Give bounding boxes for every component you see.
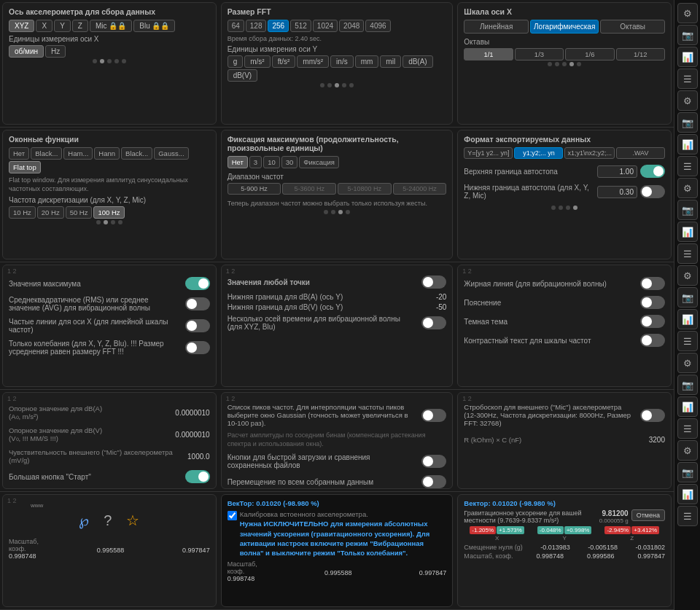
hold-btn-fix[interactable]: Фиксация: [299, 156, 339, 168]
unit-y-dbv[interactable]: dB(V): [228, 69, 258, 82]
wf-btn-none[interactable]: Нет: [9, 147, 29, 160]
toggle-quick-load[interactable]: [421, 455, 446, 468]
upper-limit-toggle[interactable]: [640, 165, 665, 178]
sidebar-btn-cam-5[interactable]: 📷: [677, 375, 698, 395]
oct-btn-1-12[interactable]: 1/12: [616, 48, 665, 60]
hold-btn-30[interactable]: 30: [281, 156, 298, 168]
wf-btn-gauss[interactable]: Gauss...: [154, 147, 188, 160]
question-icon[interactable]: ?: [104, 512, 112, 529]
export-btn-y-arr[interactable]: Y=[y1 y2... yn]: [464, 147, 513, 159]
freq-range-10800[interactable]: 5-10800 Hz: [338, 183, 392, 195]
toggle-maxval[interactable]: [185, 277, 210, 290]
freq-range-24000[interactable]: 5-24000 Hz: [393, 183, 447, 195]
upper-limit-input[interactable]: [597, 165, 637, 178]
toggle-bold-switch[interactable]: [640, 277, 665, 290]
toggle-anypoint[interactable]: [421, 275, 446, 289]
wf-btn-hann[interactable]: Hann: [94, 147, 120, 160]
sidebar-btn-cam-6[interactable]: 📷: [677, 462, 698, 482]
star-icon[interactable]: ☆: [126, 512, 139, 529]
hold-btn-3[interactable]: 3: [249, 156, 262, 168]
lower-limit-input[interactable]: [597, 186, 637, 198]
sidebar-btn-list-4[interactable]: ☰: [677, 331, 698, 351]
fft-btn-4096[interactable]: 4096: [365, 20, 390, 32]
sidebar-btn-chart-3[interactable]: 📊: [677, 222, 698, 242]
toggle-contrast-switch[interactable]: [640, 334, 665, 347]
sidebar-btn-list-6[interactable]: ☰: [677, 506, 698, 526]
toggle-peaks[interactable]: [421, 409, 446, 422]
freq-range-900[interactable]: 5-900 Hz: [228, 183, 281, 195]
sidebar-btn-list-3[interactable]: ☰: [677, 243, 698, 264]
freq-btn-10[interactable]: 10 Hz: [9, 206, 36, 219]
hold-btn-10[interactable]: 10: [263, 156, 280, 168]
unit-y-mil[interactable]: mil: [380, 55, 401, 68]
axis-btn-xyz[interactable]: XYZ: [9, 20, 34, 32]
unit-y-fts2[interactable]: ft/s²: [272, 55, 296, 68]
sidebar-btn-chart-6[interactable]: 📊: [677, 484, 698, 504]
axis-btn-y[interactable]: Y: [54, 20, 71, 32]
toggle-dark-switch[interactable]: [640, 315, 665, 328]
sidebar-btn-chart-1[interactable]: 📊: [677, 47, 698, 67]
sidebar-btn-cam-4[interactable]: 📷: [677, 287, 698, 308]
sidebar-btn-cam-1[interactable]: 📷: [677, 25, 698, 45]
wf-btn-ham[interactable]: Ham...: [63, 147, 93, 160]
big-start-toggle[interactable]: [185, 470, 210, 483]
wf-btn-black2[interactable]: Black...: [121, 147, 152, 160]
fft-btn-1024[interactable]: 1024: [313, 20, 338, 32]
oct-btn-1-3[interactable]: 1/3: [515, 48, 564, 60]
unit-btn-rpm[interactable]: об/мин: [9, 45, 44, 58]
axis-btn-x[interactable]: X: [36, 20, 52, 32]
sidebar-btn-cam-2[interactable]: 📷: [677, 112, 698, 133]
oct-btn-1-6[interactable]: 1/6: [565, 48, 614, 60]
sidebar-btn-list-5[interactable]: ☰: [677, 418, 698, 439]
toggle-all-data[interactable]: [421, 475, 446, 488]
freq-btn-50[interactable]: 50 Hz: [66, 206, 93, 219]
toggle-osc[interactable]: [185, 341, 210, 354]
export-btn-csv[interactable]: y1;y2;... yn: [514, 147, 563, 159]
sidebar-btn-gear-1[interactable]: ⚙: [677, 3, 698, 23]
toggle-multiwave-switch[interactable]: [421, 316, 446, 329]
lower-limit-toggle[interactable]: [640, 185, 665, 198]
sidebar-btn-gear-6[interactable]: ⚙: [677, 440, 698, 461]
calibration-checkbox[interactable]: [228, 511, 237, 520]
freq-btn-100[interactable]: 100 Hz: [93, 206, 124, 219]
freq-range-3600[interactable]: 5-3600 Hz: [282, 183, 336, 195]
wf-btn-black1[interactable]: Black...: [31, 147, 62, 160]
fft-btn-2048[interactable]: 2048: [339, 20, 364, 32]
scale-btn-linear[interactable]: Линейная: [464, 20, 529, 34]
export-btn-wav[interactable]: .WAV: [616, 147, 665, 159]
sidebar-btn-cam-3[interactable]: 📷: [677, 200, 698, 220]
sidebar-btn-chart-5[interactable]: 📊: [677, 396, 698, 417]
sidebar-btn-list-1[interactable]: ☰: [677, 69, 698, 89]
fft-btn-256[interactable]: 256: [268, 20, 289, 32]
toggle-strobe[interactable]: [640, 409, 665, 422]
axis-btn-blu[interactable]: Blu 🔒🔒: [133, 20, 175, 32]
fft-btn-64[interactable]: 64: [228, 20, 244, 32]
sidebar-btn-gear-4[interactable]: ⚙: [677, 265, 698, 286]
unit-y-ins[interactable]: in/s: [330, 55, 354, 68]
sidebar-btn-gear-2[interactable]: ⚙: [677, 90, 698, 111]
sidebar-btn-gear-3[interactable]: ⚙: [677, 178, 698, 198]
unit-btn-hz[interactable]: Hz: [45, 45, 66, 58]
toggle-lines[interactable]: [185, 319, 210, 332]
toggle-hint-switch[interactable]: [640, 296, 665, 309]
wf-btn-flat[interactable]: Flat top: [9, 161, 41, 173]
sidebar-btn-gear-5[interactable]: ⚙: [677, 353, 698, 373]
fft-btn-512[interactable]: 512: [290, 20, 311, 32]
sidebar-btn-list-2[interactable]: ☰: [677, 156, 698, 176]
unit-y-mms2[interactable]: mm/s²: [297, 55, 329, 68]
toggle-rms[interactable]: [185, 297, 210, 310]
unit-y-dba[interactable]: dB(A): [402, 55, 433, 68]
export-btn-xy[interactable]: x1;y1\nx2;y2;...: [564, 147, 615, 159]
unit-y-g[interactable]: g: [228, 55, 244, 68]
fft-btn-128[interactable]: 128: [246, 20, 267, 32]
scale-btn-log[interactable]: Логарифмическая: [530, 20, 599, 34]
unit-y-ms2[interactable]: m/s²: [244, 55, 270, 68]
oct-btn-1-1[interactable]: 1/1: [464, 48, 513, 60]
sidebar-btn-chart-4[interactable]: 📊: [677, 309, 698, 329]
axis-btn-mic[interactable]: Mic 🔒🔒: [90, 20, 132, 32]
unit-y-mm[interactable]: mm: [355, 55, 379, 68]
hold-btn-none[interactable]: Нет: [228, 156, 248, 168]
bluetooth-icon[interactable]: ℘: [79, 512, 89, 529]
cancel-btn[interactable]: Отмена: [631, 509, 665, 521]
scale-btn-octaves[interactable]: Октавы: [600, 20, 665, 34]
